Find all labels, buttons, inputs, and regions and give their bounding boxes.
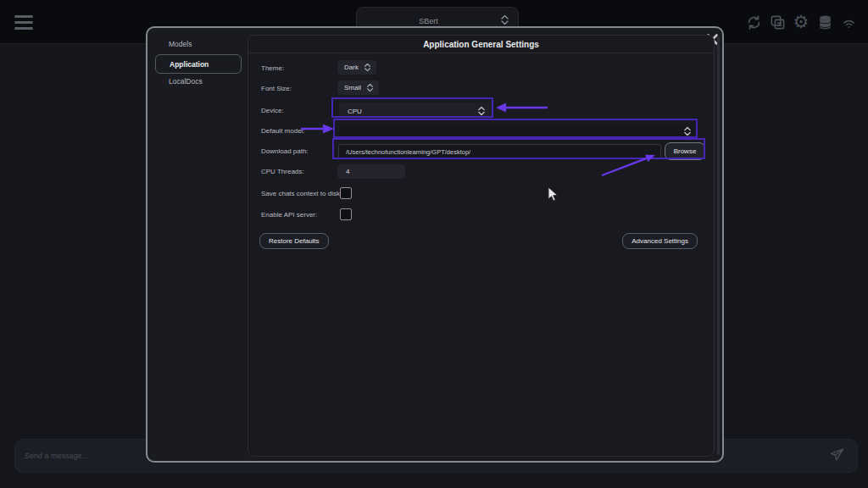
settings-button[interactable]: ⚙ bbox=[793, 13, 810, 31]
copy-icon bbox=[770, 14, 786, 30]
database-button[interactable] bbox=[816, 13, 833, 31]
api-server-label: Enable API server: bbox=[261, 211, 317, 219]
browse-button[interactable]: Browse bbox=[665, 142, 705, 160]
chevron-updown-icon bbox=[364, 63, 371, 72]
font-size-value: Small bbox=[344, 84, 361, 92]
settings-gear-icon: ⚙ bbox=[793, 14, 810, 30]
save-chats-checkbox[interactable] bbox=[340, 187, 352, 199]
device-label: Device: bbox=[261, 107, 284, 114]
send-button[interactable] bbox=[829, 446, 845, 465]
cpu-threads-input[interactable] bbox=[337, 164, 405, 179]
font-size-dropdown[interactable]: Small bbox=[337, 80, 379, 95]
default-model-label: Default model: bbox=[261, 127, 305, 135]
network-button[interactable] bbox=[840, 13, 857, 31]
model-selector-value: SBert bbox=[357, 17, 500, 25]
copy-button[interactable] bbox=[769, 13, 786, 31]
download-path-input[interactable] bbox=[338, 144, 661, 159]
dialog-scrollbar[interactable] bbox=[717, 36, 720, 455]
api-server-checkbox[interactable] bbox=[340, 208, 352, 220]
settings-dialog: Models Application LocalDocs Application… bbox=[146, 26, 724, 463]
theme-value: Dark bbox=[344, 64, 359, 71]
chevron-updown-icon bbox=[683, 126, 692, 136]
settings-panel: Application General Settings Theme: Dark… bbox=[248, 35, 715, 457]
send-icon bbox=[829, 446, 845, 463]
sidebar-item-localdocs[interactable]: LocalDocs bbox=[169, 77, 203, 86]
theme-dropdown[interactable]: Dark bbox=[337, 60, 376, 75]
default-model-dropdown[interactable] bbox=[339, 124, 698, 139]
download-path-label: Download path: bbox=[261, 147, 309, 155]
sidebar-item-application[interactable]: Application bbox=[155, 54, 242, 74]
database-icon bbox=[817, 14, 833, 30]
advanced-settings-button[interactable]: Advanced Settings bbox=[622, 233, 698, 249]
device-dropdown[interactable]: CPU bbox=[339, 103, 492, 119]
refresh-icon bbox=[746, 14, 762, 30]
network-icon bbox=[841, 14, 857, 30]
save-chats-label: Save chats context to disk: bbox=[261, 190, 342, 197]
dialog-title: Application General Settings bbox=[423, 40, 539, 49]
panel-header: Application General Settings bbox=[248, 36, 714, 53]
device-value: CPU bbox=[348, 108, 477, 115]
restore-defaults-button[interactable]: Restore Defaults bbox=[259, 233, 329, 249]
app-window: SBert ⚙ bbox=[0, 0, 868, 488]
theme-label: Theme: bbox=[261, 64, 284, 72]
hamburger-menu-icon[interactable] bbox=[14, 15, 33, 30]
chevron-updown-icon bbox=[477, 106, 486, 116]
sidebar-item-label: Application bbox=[170, 60, 209, 69]
font-size-label: Font Size: bbox=[261, 85, 292, 92]
chevron-updown-icon bbox=[366, 83, 374, 92]
sidebar-item-models[interactable]: Models bbox=[169, 40, 192, 48]
cpu-threads-label: CPU Threads: bbox=[261, 168, 304, 175]
refresh-button[interactable] bbox=[745, 13, 762, 31]
topbar-icon-group: ⚙ bbox=[745, 13, 857, 31]
